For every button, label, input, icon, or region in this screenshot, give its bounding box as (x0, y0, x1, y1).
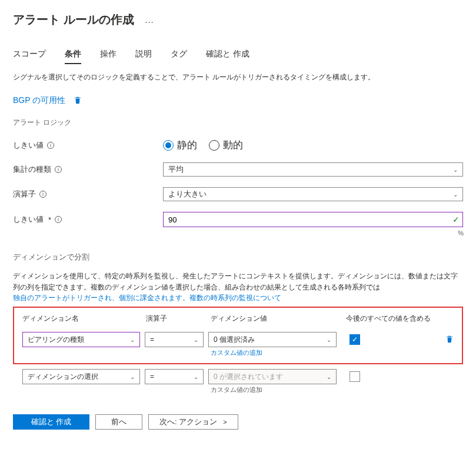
add-custom-value-link[interactable]: カスタム値の追加 (211, 348, 454, 357)
chevron-down-icon: ⌄ (130, 374, 135, 380)
chevron-down-icon: ⌄ (327, 337, 331, 343)
info-icon[interactable]: i (47, 142, 54, 149)
chevron-down-icon: ⌄ (130, 337, 135, 343)
dimension-op-select[interactable]: = ⌄ (145, 332, 204, 347)
dimension-val-select[interactable]: 0 個選択済み ⌄ (208, 332, 337, 347)
operator-label: 演算子 (13, 189, 36, 199)
dimension-val-select-2[interactable]: 0 が選択されています ⌄ (208, 369, 337, 384)
info-icon[interactable]: i (55, 166, 62, 173)
delete-signal-icon[interactable] (74, 96, 82, 106)
radio-static-label: 静的 (177, 138, 197, 152)
dimension-name-value: ピアリングの種類 (28, 335, 84, 345)
threshold-type-radio-group: 静的 動的 (163, 138, 463, 152)
dimension-val-value-2: 0 が選択されています (214, 372, 283, 382)
tab-tags[interactable]: タグ (171, 49, 187, 63)
dimension-op-select-2[interactable]: = ⌄ (145, 369, 204, 384)
tab-action[interactable]: 操作 (100, 49, 116, 63)
dim-header-name: ディメンション名 (22, 314, 146, 324)
delete-dimension-icon[interactable] (445, 335, 454, 345)
dimension-name-select[interactable]: ピアリングの種類 ⌄ (22, 332, 140, 347)
split-desc-link[interactable]: 独自のアラートがトリガーされ、個別に課金されます。複数の時系列の監視について (13, 294, 281, 302)
previous-button[interactable]: 前へ (95, 414, 142, 430)
signal-name-link[interactable]: BGP の可用性 (13, 95, 65, 106)
aggregation-select[interactable]: 平均 ⌄ (163, 162, 463, 177)
aggregation-value: 平均 (168, 164, 184, 175)
info-icon[interactable]: i (55, 216, 62, 223)
more-menu[interactable]: … (145, 15, 155, 25)
radio-static[interactable]: 静的 (163, 138, 197, 152)
tab-condition[interactable]: 条件 (65, 49, 81, 64)
required-star: * (48, 215, 51, 224)
dimension-op-value: = (150, 335, 154, 344)
include-future-checkbox-2[interactable] (349, 371, 360, 382)
split-title: ディメンションで分割 (13, 252, 463, 262)
chevron-down-icon: ⌄ (194, 337, 198, 343)
chevron-down-icon: ⌄ (453, 191, 458, 198)
tab-details[interactable]: 説明 (135, 49, 152, 63)
radio-circle-icon (163, 140, 174, 151)
radio-dynamic[interactable]: 動的 (209, 138, 243, 152)
radio-circle-icon (209, 140, 219, 151)
tab-review[interactable]: 確認と 作成 (206, 49, 249, 63)
split-desc: ディメンションを使用して、特定の時系列を監視し、発生したアラートにコンテキストを… (13, 271, 463, 293)
threshold-input[interactable] (163, 212, 463, 227)
info-icon[interactable]: i (39, 191, 46, 198)
dimension-name-value-2: ディメンションの選択 (28, 372, 98, 382)
radio-dynamic-label: 動的 (223, 138, 243, 152)
chevron-down-icon: ⌄ (453, 167, 458, 173)
aggregation-label: 集計の種類 (13, 164, 51, 175)
dimension-box: ディメンション名 演算子 ディメンション値 今後のすべての値を含める ピアリング… (13, 307, 463, 364)
arrow-right-icon: > (223, 418, 227, 425)
include-future-checkbox[interactable]: ✓ (349, 334, 360, 345)
threshold-value-label: しきい値 (13, 214, 44, 225)
dim-header-future: 今後のすべての値を含める (346, 314, 454, 324)
add-custom-value-link-2[interactable]: カスタム値の追加 (211, 385, 463, 394)
dimension-val-value: 0 個選択済み (214, 335, 255, 345)
check-icon: ✓ (452, 215, 460, 224)
alert-logic-label: アラート ロジック (13, 118, 463, 128)
page-title: アラート ルールの作成 (13, 12, 134, 28)
threshold-type-label: しきい値 (13, 140, 44, 151)
operator-value: より大きい (168, 189, 207, 199)
tabs: スコープ 条件 操作 説明 タグ 確認と 作成 (13, 49, 463, 64)
chevron-down-icon: ⌄ (194, 374, 198, 380)
percent-suffix: % (458, 230, 464, 237)
tab-scope[interactable]: スコープ (13, 49, 46, 63)
dimension-op-value-2: = (150, 372, 154, 381)
next-button[interactable]: 次へ: アクション > (148, 414, 238, 430)
page-description: シグナルを選択してそのロジックを定義することで、アラート ルールがトリガーされる… (13, 72, 463, 82)
dim-header-val: ディメンション値 (211, 314, 346, 324)
dim-header-op: 演算子 (146, 314, 211, 324)
next-button-label: 次へ: アクション (159, 417, 217, 427)
review-create-button[interactable]: 確認と 作成 (13, 414, 89, 430)
operator-select[interactable]: より大きい ⌄ (163, 187, 463, 201)
chevron-down-icon: ⌄ (327, 374, 331, 380)
dimension-name-select-2[interactable]: ディメンションの選択 ⌄ (22, 369, 140, 384)
